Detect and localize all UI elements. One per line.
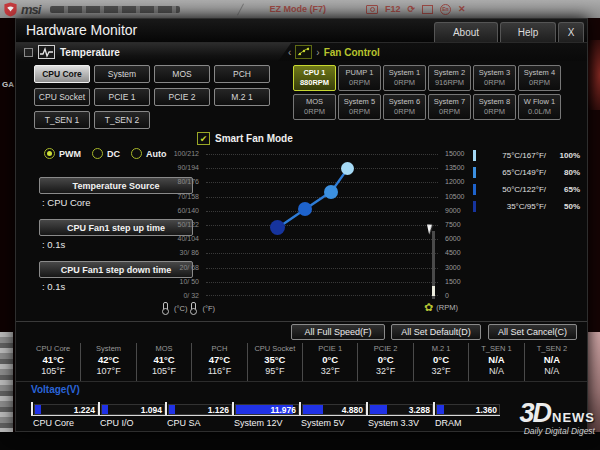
all-set-cancel-c-button[interactable]: All Set Cancel(C) [488, 324, 577, 340]
radio-label: DC [107, 149, 120, 159]
legend-item: 35°C/95°F/50% [473, 198, 580, 215]
voltage-tick [366, 402, 368, 415]
temp-button-mos[interactable]: MOS [154, 65, 210, 83]
ez-mode-button[interactable]: EZ Mode (F7) [269, 4, 326, 14]
readout-celsius: N/A [525, 354, 579, 365]
fan-button-rpm: 0RPM [394, 107, 415, 117]
fan-curve-chart[interactable] [206, 154, 438, 296]
readout-t-sen-1: T_SEN 1N/AN/A [469, 343, 524, 381]
bios-close-icon[interactable]: ✕ [458, 4, 466, 14]
fan-button-system-3[interactable]: System 30RPM [473, 65, 516, 91]
language-icon[interactable]: En [440, 4, 451, 15]
fan-button-system-1[interactable]: System 10RPM [383, 65, 426, 91]
screenshot-camera-icon[interactable] [366, 5, 378, 14]
expand-icon[interactable] [24, 48, 33, 57]
help-button[interactable]: Help [500, 22, 556, 42]
watermark-news: NEWS [552, 410, 595, 425]
about-button[interactable]: About [434, 22, 498, 42]
bios-top-bar: msi EZ Mode (F7) F12 ⟳ En ✕ [0, 0, 600, 18]
tab-temperature[interactable]: Temperature [24, 43, 120, 61]
voltage-name: System 12V [232, 416, 299, 428]
readout-fahrenheit: 105°F [26, 366, 80, 376]
readout-celsius: 41°C [137, 354, 191, 365]
fan-button-system-6[interactable]: System 60RPM [383, 94, 426, 120]
radio-dot-icon[interactable] [131, 148, 142, 159]
fan-button-name: PUMP 1 [346, 68, 374, 78]
refresh-icon[interactable]: ⟳ [407, 4, 415, 14]
temp-button-pcie-2[interactable]: PCIE 2 [154, 88, 210, 106]
voltage-section-label: Voltage(V) [31, 384, 80, 395]
voltage-bar-fill [35, 405, 41, 414]
chart-scrollbar-thumb[interactable] [432, 286, 435, 296]
readout-system: System42°C107°F [81, 343, 136, 381]
voltage-name: System 5V [299, 416, 366, 428]
radio-dot-icon[interactable] [44, 148, 55, 159]
voltage-bar: 1.094 [101, 404, 165, 415]
fan-button-name: System 6 [389, 97, 420, 107]
readout-cpu-socket: CPU Socket35°C95°F [248, 343, 303, 381]
fan-button-name: MOS [306, 97, 323, 107]
y-axis-label-right: 10500 [445, 193, 464, 200]
voltage-bar: 3.288 [369, 404, 433, 415]
fan-button-system-4[interactable]: System 40RPM [518, 65, 561, 91]
fan-button-system-2[interactable]: System 2916RPM [428, 65, 471, 91]
temp-button-pch[interactable]: PCH [214, 65, 270, 83]
monitor-icon[interactable] [422, 5, 433, 14]
hardware-monitor-window: Hardware Monitor About Help X Temperatur… [15, 18, 588, 432]
legend-item: 65°C/149°F/80% [473, 164, 580, 181]
close-button[interactable]: X [558, 22, 584, 42]
fan-button-cpu-1[interactable]: CPU 1880RPM [293, 65, 336, 91]
legend-temperature: 75°C/167°F/ [482, 151, 546, 160]
left-edge-text-fragment: GA [2, 80, 14, 89]
voltage-value: 1.094 [141, 405, 162, 415]
fan-button-pump-1[interactable]: PUMP 10RPM [338, 65, 381, 91]
readout-name: CPU Core [26, 344, 80, 353]
temp-button-cpu-socket[interactable]: CPU Socket [34, 88, 90, 106]
fan-button-system-8[interactable]: System 80RPM [473, 94, 516, 120]
radio-dot-icon[interactable] [92, 148, 103, 159]
temp-button-system[interactable]: System [94, 65, 150, 83]
y-axis-label-left: 20/ 68 [180, 264, 199, 271]
voltage-bar-fill [102, 405, 108, 414]
all-full-speed-f-button[interactable]: All Full Speed(F) [291, 324, 385, 340]
fan-button-system-5[interactable]: System 50RPM [338, 94, 381, 120]
voltage-bar-fill [370, 405, 387, 414]
fan-button-system-7[interactable]: System 70RPM [428, 94, 471, 120]
temp-button-cpu-core[interactable]: CPU Core [34, 65, 90, 83]
unit-fahrenheit-label: (°F) [202, 304, 215, 313]
radio-dc[interactable]: DC [92, 148, 120, 159]
voltage-tick [31, 402, 33, 415]
checkbox-check-icon[interactable]: ✔ [197, 132, 210, 145]
temp-button-t-sen-1[interactable]: T_SEN 1 [34, 111, 90, 129]
tab-prev-icon[interactable]: ‹ [288, 47, 291, 58]
voltage-name: CPU SA [165, 416, 232, 428]
fan-button-mos[interactable]: MOS0RPM [293, 94, 336, 120]
tab-fan-control[interactable]: ‹ › Fan Control [288, 43, 380, 61]
legend-duty: 100% [546, 151, 580, 160]
voltage-bar-row: 11.976 [232, 402, 299, 416]
readout-name: System [81, 344, 135, 353]
fan-curve-point-50c[interactable] [298, 202, 312, 216]
legend-duty: 50% [546, 202, 580, 211]
temp-button-pcie-1[interactable]: PCIE 1 [94, 88, 150, 106]
readout-pch: PCH47°C116°F [192, 343, 247, 381]
chart-scrollbar[interactable] [432, 231, 435, 299]
y-axis-left-labels: 100/21290/19480/17670/15860/14050/12240/… [162, 154, 202, 296]
fan-curve-point-65c[interactable] [324, 185, 338, 199]
voltage-bar: 4.880 [302, 404, 366, 415]
all-set-default-d-button[interactable]: All Set Default(D) [391, 324, 481, 340]
decorative-slash-icon [237, 3, 244, 15]
fan-button-w-flow-1[interactable]: W Flow 10.0L/M [518, 94, 561, 120]
temp-button-t-sen-2[interactable]: T_SEN 2 [94, 111, 150, 129]
tab-fan-control-label: Fan Control [324, 47, 380, 58]
smart-fan-mode-checkbox[interactable]: ✔ Smart Fan Mode [197, 132, 293, 145]
y-axis-label-left: 90/194 [178, 164, 199, 171]
unit-rpm-label: (RPM) [436, 303, 458, 312]
tab-next-icon[interactable]: › [316, 47, 319, 58]
radio-pwm[interactable]: PWM [44, 148, 81, 159]
y-axis-units-right: ✿ (RPM) [424, 302, 458, 312]
temp-button-m-2-1[interactable]: M.2 1 [214, 88, 270, 106]
y-axis-label-right: 7500 [445, 221, 461, 228]
fan-mode-radio-group: PWMDCAuto [44, 148, 167, 159]
voltage-value: 3.288 [409, 405, 430, 415]
